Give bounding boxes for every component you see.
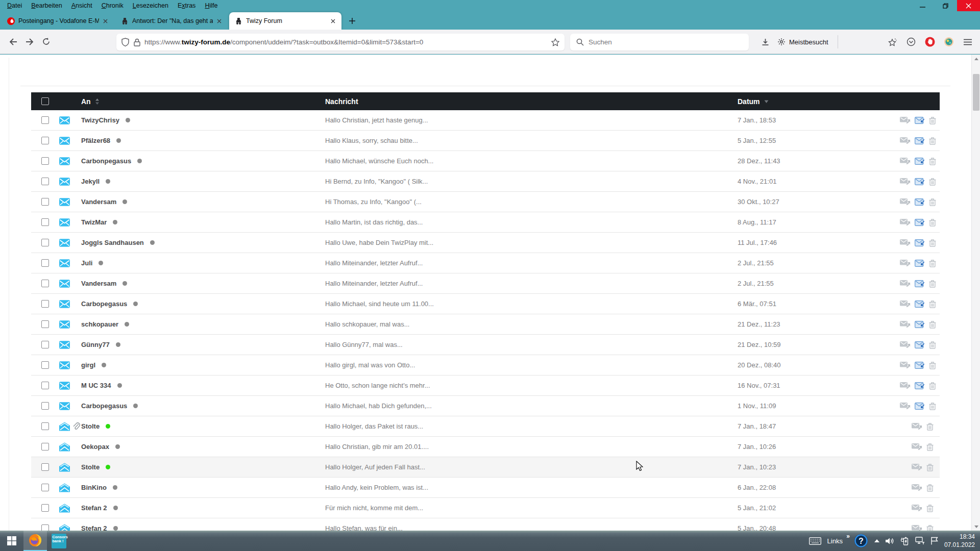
forward-message-icon[interactable] xyxy=(900,116,911,124)
reply-exchange-icon[interactable] xyxy=(915,137,925,145)
row-checkbox[interactable] xyxy=(41,320,49,328)
recipient-link[interactable]: Carbopegasus xyxy=(81,402,127,410)
row-checkbox[interactable] xyxy=(41,524,49,531)
row-checkbox[interactable] xyxy=(41,198,49,206)
message-link[interactable]: Hallo Michael, sind heute um 11.00... xyxy=(325,300,434,308)
row-checkbox[interactable] xyxy=(41,280,49,287)
delete-message-icon[interactable] xyxy=(929,218,936,227)
defender-flag-icon[interactable] xyxy=(930,537,938,545)
message-link[interactable]: Hallo Michael, wünsche Euch noch... xyxy=(325,157,433,165)
reply-exchange-icon[interactable] xyxy=(915,198,925,206)
row-checkbox[interactable] xyxy=(41,422,49,430)
reply-exchange-icon[interactable] xyxy=(915,361,925,369)
tab-1[interactable]: Posteingang - Vodafone E-Mail xyxy=(2,12,114,30)
page-scrollbar[interactable] xyxy=(971,55,980,531)
select-all-checkbox[interactable] xyxy=(41,97,49,105)
forward-message-icon[interactable] xyxy=(912,422,922,430)
downloads-button[interactable] xyxy=(757,34,773,50)
reply-exchange-icon[interactable] xyxy=(915,116,925,124)
recipient-link[interactable]: girgl xyxy=(81,361,95,369)
hamburger-menu-icon[interactable] xyxy=(960,34,976,50)
recipient-link[interactable]: Jekyll xyxy=(81,178,100,185)
row-checkbox[interactable] xyxy=(41,504,49,512)
message-link[interactable]: Hallo Christian, gib mir am 20.01.... xyxy=(325,443,429,450)
maximize-button[interactable] xyxy=(934,0,957,11)
reply-exchange-icon[interactable] xyxy=(915,218,925,227)
forward-message-icon[interactable] xyxy=(900,280,911,287)
taskbar-consorsbank-button[interactable]: Consors bank ! xyxy=(47,531,70,551)
forward-button[interactable] xyxy=(21,34,38,50)
row-checkbox[interactable] xyxy=(41,300,49,308)
most-visited-button[interactable]: Meistbesucht xyxy=(773,35,832,49)
message-link[interactable]: Hallo Andy, kein Problem, was ist... xyxy=(325,484,428,491)
recipient-link[interactable]: Vandersam xyxy=(81,198,116,206)
recipient-link[interactable]: Stefan 2 xyxy=(81,504,107,512)
forward-message-icon[interactable] xyxy=(900,157,911,165)
new-tab-button[interactable] xyxy=(345,13,360,29)
recipient-link[interactable]: Stolte xyxy=(81,463,100,471)
row-checkbox[interactable] xyxy=(41,443,49,450)
row-checkbox[interactable] xyxy=(41,382,49,389)
reply-exchange-icon[interactable] xyxy=(915,320,925,329)
volume-icon[interactable] xyxy=(886,537,894,545)
network-icon[interactable] xyxy=(915,537,924,545)
delete-message-icon[interactable] xyxy=(929,157,936,165)
message-link[interactable]: Hi Thomas, zu Info, "Kangoo" (... xyxy=(325,198,422,206)
keyboard-icon[interactable] xyxy=(809,537,821,545)
delete-message-icon[interactable] xyxy=(929,239,936,247)
tracking-shield-icon[interactable] xyxy=(121,38,129,46)
message-link[interactable]: Hallo Stefan, was für ein... xyxy=(325,524,403,531)
recipient-link[interactable]: Stolte xyxy=(81,422,100,430)
delete-message-icon[interactable] xyxy=(929,259,936,267)
taskbar-firefox-button[interactable] xyxy=(23,531,47,551)
message-link[interactable]: Hallo Holger, das Paket ist raus... xyxy=(325,422,423,430)
help-question-icon[interactable]: ? xyxy=(854,534,868,548)
recipient-link[interactable]: Juli xyxy=(81,259,92,267)
forward-message-icon[interactable] xyxy=(900,198,911,206)
links-overflow-chevron[interactable]: » xyxy=(846,533,850,540)
tray-expand-chevron[interactable] xyxy=(874,539,879,542)
bookmark-toolbar-star-icon[interactable] xyxy=(884,34,900,50)
tab-close-icon[interactable] xyxy=(215,17,224,26)
tab-3[interactable]: Twizy Forum xyxy=(229,12,341,30)
minimize-button[interactable] xyxy=(911,0,934,11)
recipient-link[interactable]: Stefan 2 xyxy=(81,524,107,531)
message-link[interactable]: Hallo Uwe, habe Dein TwizPlay mit... xyxy=(325,239,433,246)
forward-message-icon[interactable] xyxy=(900,402,911,410)
tab-close-icon[interactable] xyxy=(101,17,110,26)
delete-message-icon[interactable] xyxy=(929,178,936,186)
forward-message-icon[interactable] xyxy=(900,361,911,369)
menu-bearbeiten[interactable]: Bearbeiten xyxy=(27,1,66,10)
reply-exchange-icon[interactable] xyxy=(915,280,925,288)
recipient-link[interactable]: Oekopax xyxy=(81,443,109,450)
message-link[interactable]: Hallo Miteinander, letzter Aufruf... xyxy=(325,280,423,287)
adblock-hand-icon[interactable] xyxy=(922,34,938,50)
message-link[interactable]: Hallo Günny77, mal was... xyxy=(325,341,403,348)
row-checkbox[interactable] xyxy=(41,341,49,348)
recipient-link[interactable]: Pfälzer68 xyxy=(81,137,110,144)
recipient-link[interactable]: Joggls Sandhausen xyxy=(81,239,144,246)
delete-message-icon[interactable] xyxy=(929,300,936,308)
delete-message-icon[interactable] xyxy=(929,320,936,329)
reply-exchange-icon[interactable] xyxy=(915,341,925,349)
row-checkbox[interactable] xyxy=(41,178,49,185)
forward-message-icon[interactable] xyxy=(900,320,911,328)
row-checkbox[interactable] xyxy=(41,239,49,246)
delete-message-icon[interactable] xyxy=(929,361,936,369)
delete-message-icon[interactable] xyxy=(929,341,936,349)
delete-message-icon[interactable] xyxy=(929,116,936,124)
row-checkbox[interactable] xyxy=(41,402,49,410)
scroll-down-arrow[interactable] xyxy=(972,522,980,531)
forward-message-icon[interactable] xyxy=(900,341,911,348)
message-link[interactable]: Hallo girgl, mal was von Otto... xyxy=(325,361,415,369)
forward-message-icon[interactable] xyxy=(900,239,911,246)
search-bar[interactable]: Suchen xyxy=(570,34,749,51)
sort-desc-icon[interactable] xyxy=(764,100,769,103)
address-bar[interactable]: https://www.twizy-forum.de/component/udd… xyxy=(116,34,565,51)
scroll-up-arrow[interactable] xyxy=(972,55,980,63)
reply-exchange-icon[interactable] xyxy=(915,382,925,390)
message-link[interactable]: Für mich nicht, komme mit dem... xyxy=(325,504,423,512)
reply-exchange-icon[interactable] xyxy=(915,402,925,410)
message-link[interactable]: Hallo Christian, jetzt haste genug... xyxy=(325,116,428,124)
menu-lesezeichen[interactable]: Lesezeichen xyxy=(129,1,173,10)
